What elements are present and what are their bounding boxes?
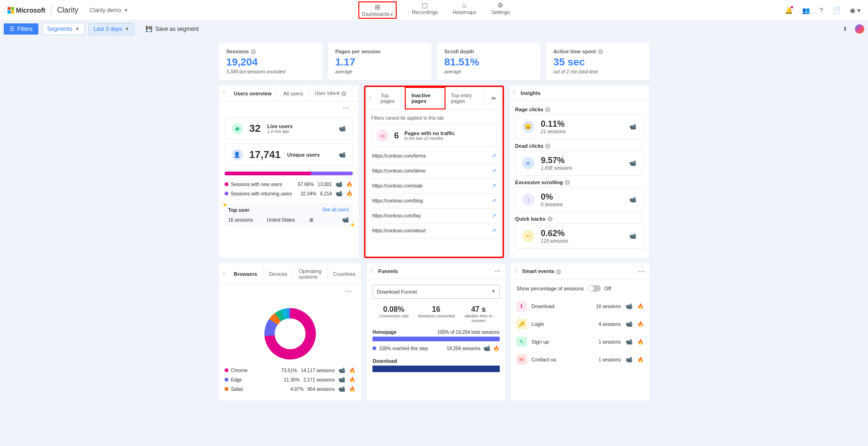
camera-icon[interactable]: 📹 (629, 160, 636, 166)
unique-users-value: 17,741 (249, 149, 281, 161)
people-icon[interactable]: 👥 (802, 7, 810, 14)
camera-icon[interactable]: 📹 (629, 123, 636, 130)
more-icon[interactable]: ⋯ (489, 267, 505, 275)
browser-edge: Edge 11.30%2,171 sessions📹🔥 (225, 376, 356, 383)
info-icon[interactable]: i (547, 216, 553, 222)
drag-handle-icon[interactable]: ⠿ (219, 90, 228, 96)
segments-button[interactable]: Segments▼ (42, 23, 85, 35)
nav-settings[interactable]: ⚙ Settings (491, 1, 510, 19)
external-link-icon[interactable]: ↗ (492, 153, 496, 159)
tab-os[interactable]: Operating systems (293, 264, 328, 284)
camera-icon[interactable]: 📹 (339, 151, 346, 158)
camera-icon[interactable]: 📹 (338, 386, 345, 392)
tab-top-entry-pages[interactable]: Top entry pages (445, 88, 485, 108)
tab-browsers[interactable]: Browsers (228, 266, 263, 281)
funnel-step-bar (372, 366, 500, 372)
insight-quick-backs: ↩ 0.62%119 sessions 📹 (515, 223, 644, 249)
top-user-card: ✦ ✦ Top user See all users 16 sessions U… (225, 203, 353, 227)
tab-devices[interactable]: Devices (263, 266, 293, 281)
camera-icon[interactable]: 📹 (626, 338, 633, 345)
flame-icon[interactable]: 🔥 (637, 357, 644, 363)
external-link-icon[interactable]: ↗ (492, 198, 496, 204)
funnel-selector[interactable]: Download Funnel ▼ (372, 285, 500, 299)
info-icon[interactable]: i (545, 107, 550, 112)
flame-icon[interactable]: 🔥 (346, 181, 353, 187)
camera-icon[interactable]: 📹 (338, 367, 345, 374)
camera-icon[interactable]: 📹 (626, 356, 633, 363)
more-icon[interactable]: ⋯ (338, 104, 354, 112)
stat-pages-per-session: Pages per session 1.17 average (328, 43, 431, 80)
drag-handle-icon[interactable]: ⠿ (367, 268, 376, 274)
help-icon[interactable]: ? (819, 7, 823, 14)
insight-rage-clicks: 😠 0.11%21 sessions 📹 (515, 114, 644, 139)
tab-users-overview[interactable]: Users overview (228, 86, 278, 101)
tab-top-pages[interactable]: Top pages (375, 88, 405, 108)
info-icon[interactable]: i (545, 144, 550, 149)
tab-user-intent[interactable]: User intent i (309, 86, 352, 101)
flame-icon[interactable]: 🔥 (346, 191, 353, 197)
camera-icon[interactable]: 📹 (629, 196, 636, 203)
project-selector[interactable]: Clarity demo ▼ (89, 7, 128, 14)
live-users-card: ◉ 32 Live users 1.0 min ago 📹 (225, 117, 353, 140)
more-tabs-button[interactable]: ≫ (485, 91, 503, 106)
date-range-button[interactable]: Last 3 days▼ (88, 23, 134, 35)
download-icon: ⬇ (517, 301, 527, 311)
tab-all-users[interactable]: All users (277, 86, 309, 101)
drag-handle-icon[interactable]: ⠿ (219, 271, 228, 277)
external-link-icon[interactable]: ↗ (492, 168, 496, 174)
camera-icon[interactable]: 📹 (342, 216, 349, 223)
tab-countries[interactable]: Countries (328, 266, 361, 281)
camera-icon[interactable]: 📹 (626, 321, 633, 327)
copilot-icon[interactable] (855, 24, 864, 34)
camera-icon[interactable]: 📹 (336, 190, 343, 197)
device-icon: 🖥 (309, 217, 314, 223)
tab-inactive-pages[interactable]: Inactive pages (405, 87, 445, 109)
page-url: https://contoso.com/faq (372, 213, 420, 218)
inactive-page-row: https://contoso.com/demo↗ (371, 164, 497, 179)
dashboard-icon: ⊞ (362, 3, 393, 11)
external-link-icon[interactable]: ↗ (492, 183, 496, 189)
document-icon[interactable]: 📄 (832, 7, 840, 14)
users-ratio-bar (225, 172, 353, 175)
flame-icon[interactable]: 🔥 (349, 386, 356, 392)
page-url: https://contoso.com/demo (372, 168, 426, 173)
info-icon[interactable]: i (565, 180, 570, 185)
camera-icon[interactable]: 📹 (339, 125, 346, 132)
save-icon: 💾 (146, 26, 153, 32)
more-icon[interactable]: ⋯ (634, 268, 649, 275)
nav-heatmaps[interactable]: ♨ Heatmaps (453, 1, 476, 19)
camera-icon[interactable]: 📹 (336, 181, 343, 187)
notifications-icon[interactable]: 🔔 (785, 7, 793, 14)
nav-recordings[interactable]: ▢ Recordings (412, 1, 438, 19)
info-icon[interactable]: i (556, 269, 561, 274)
camera-icon[interactable]: 📹 (483, 345, 490, 352)
drag-handle-icon[interactable]: ⠿ (510, 90, 519, 96)
more-icon[interactable]: ⋯ (341, 288, 357, 295)
external-link-icon[interactable]: ↗ (492, 228, 496, 234)
see-all-users-link[interactable]: See all users (322, 207, 349, 213)
info-icon[interactable]: i (251, 49, 256, 54)
page-url: https://contoso.com/blog (372, 198, 423, 203)
save-segment-button[interactable]: 💾Save as segment (146, 26, 199, 32)
drag-handle-icon[interactable]: ⠿ (365, 95, 375, 101)
camera-icon[interactable]: 📹 (626, 303, 633, 309)
flame-icon[interactable]: 🔥 (637, 321, 644, 327)
camera-icon[interactable]: 📹 (338, 376, 345, 383)
info-icon[interactable]: i (598, 49, 603, 54)
nav-dashboards[interactable]: ⊞ Dashboards ▾ (358, 1, 397, 19)
inactive-page-row: https://contoso.com/faq↗ (371, 209, 497, 223)
panel-title: Smart events i (520, 264, 563, 279)
external-link-icon[interactable]: ↗ (492, 213, 496, 219)
percentage-toggle[interactable] (588, 285, 601, 292)
video-icon: ▢ (412, 1, 438, 9)
flame-icon[interactable]: 🔥 (349, 367, 356, 374)
user-menu[interactable]: ◉ ▾ (850, 7, 861, 14)
flame-icon[interactable]: 🔥 (637, 339, 644, 345)
flame-icon[interactable]: 🔥 (349, 377, 356, 383)
filters-button[interactable]: ☰Filters (4, 23, 38, 35)
drag-handle-icon[interactable]: ⠿ (511, 268, 520, 274)
flame-icon[interactable]: 🔥 (637, 303, 644, 309)
flame-icon[interactable]: 🔥 (493, 345, 500, 352)
download-icon[interactable]: ⬇ (843, 26, 847, 32)
camera-icon[interactable]: 📹 (629, 233, 636, 239)
